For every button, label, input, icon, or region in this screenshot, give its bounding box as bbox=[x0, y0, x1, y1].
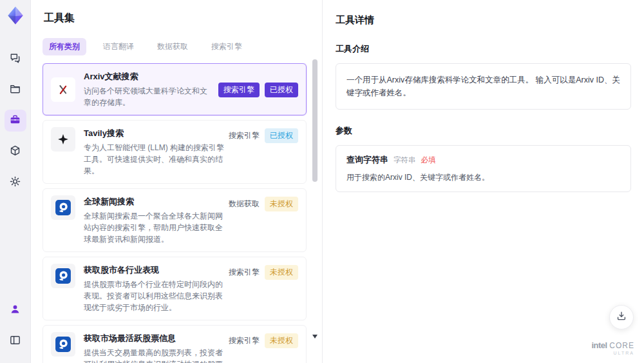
tool-card-most-active-stocks[interactable]: 获取市场最活跃股票信息 提供当天交易量最高的股票列表，投资者可以利用这些信息来识… bbox=[43, 325, 307, 363]
tool-card-global-news[interactable]: 全球新闻搜索 全球新闻搜索是一个聚合全球各大新闻网站内容的搜索引擎，帮助用户快速… bbox=[43, 188, 307, 252]
scrollbar-thumb[interactable] bbox=[312, 59, 317, 182]
tool-detail-panel: 工具详情 工具介绍 一个用于从Arxiv存储库搜索科学论文和文章的工具。 输入可… bbox=[322, 0, 644, 363]
sidebar-item-tools[interactable] bbox=[5, 110, 26, 132]
tab-language-translation[interactable]: 语言翻译 bbox=[97, 38, 140, 55]
chat-icon bbox=[9, 52, 21, 66]
user-avatar-icon bbox=[9, 303, 21, 318]
ultra-wordmark: ULTRA bbox=[591, 351, 634, 355]
category-label: 数据获取 bbox=[229, 197, 260, 211]
param-required-flag: 必填 bbox=[421, 155, 436, 165]
intel-wordmark: intel bbox=[591, 340, 607, 350]
global-news-logo-icon bbox=[51, 264, 75, 288]
category-label: 搜索引擎 bbox=[229, 333, 260, 348]
param-name: 查询字符串 bbox=[346, 154, 388, 166]
intel-core-logo: intel CORE ULTRA bbox=[591, 341, 634, 355]
intro-heading: 工具介绍 bbox=[336, 43, 631, 55]
auth-status-badge: 未授权 bbox=[265, 333, 298, 348]
arxiv-logo-icon bbox=[51, 77, 75, 102]
tool-card-arxiv[interactable]: Arxiv文献搜索 访问各个研究领域大量科学论文和文章的存储库。 搜索引擎 已授… bbox=[43, 63, 307, 115]
briefcase-icon bbox=[9, 113, 21, 128]
parameter-item: 查询字符串 字符串 必填 用于搜索的Arxiv ID、关键字或作者姓名。 bbox=[336, 145, 631, 192]
sidebar-item-packages[interactable] bbox=[5, 141, 26, 162]
param-description: 用于搜索的Arxiv ID、关键字或作者姓名。 bbox=[346, 172, 620, 183]
app-window: 工具集 所有类别 语言翻译 数据获取 搜索引擎 Arxiv文献搜索 访问各个研究… bbox=[0, 0, 644, 363]
detail-title: 工具详情 bbox=[336, 14, 631, 26]
tool-card-tavily[interactable]: Tavily搜索 专为人工智能代理 (LLM) 构建的搜索引擎工具。可快速提供实… bbox=[43, 120, 307, 184]
tool-description: 提供股票市场各个行业在特定时间段内的表现。投资者可以利用这些信息来识别表现优于或… bbox=[84, 279, 225, 313]
tool-description: 提供当天交易量最高的股票列表，投资者可以利用这些信息来识别流动性强的股票和潜在的… bbox=[84, 347, 225, 363]
gear-icon bbox=[9, 175, 21, 190]
category-tabs: 所有类别 语言翻译 数据获取 搜索引擎 bbox=[43, 38, 322, 55]
auth-status-badge: 未授权 bbox=[265, 265, 298, 280]
sidebar-item-panel-toggle[interactable] bbox=[5, 330, 26, 352]
list-scrollbar[interactable] bbox=[312, 55, 317, 360]
sidebar-item-files[interactable] bbox=[5, 79, 26, 101]
tavily-star-icon bbox=[51, 127, 75, 152]
download-button[interactable] bbox=[609, 305, 634, 329]
cube-icon bbox=[9, 144, 21, 159]
category-label: 搜索引擎 bbox=[229, 128, 260, 143]
param-type: 字符串 bbox=[393, 155, 416, 165]
tool-intro-text: 一个用于从Arxiv存储库搜索科学论文和文章的工具。 输入可以是Arxiv ID… bbox=[336, 63, 631, 110]
sidebar-item-chat[interactable] bbox=[5, 48, 26, 70]
sidebar-item-settings[interactable] bbox=[5, 172, 26, 193]
global-news-logo-icon bbox=[51, 195, 75, 220]
tool-description: 访问各个研究领域大量科学论文和文章的存储库。 bbox=[84, 85, 214, 108]
download-icon bbox=[616, 310, 627, 324]
tool-card-list: Arxiv文献搜索 访问各个研究领域大量科学论文和文章的存储库。 搜索引擎 已授… bbox=[43, 63, 322, 363]
side-panel-icon bbox=[9, 334, 21, 349]
tool-name: Tavily搜索 bbox=[84, 128, 225, 139]
tool-description: 专为人工智能代理 (LLM) 构建的搜索引擎工具。可快速提供实时、准确和真实的结… bbox=[84, 142, 225, 177]
tab-search-engine[interactable]: 搜索引擎 bbox=[205, 38, 249, 55]
tab-all-categories[interactable]: 所有类别 bbox=[43, 38, 86, 55]
tool-name: Arxiv文献搜索 bbox=[84, 71, 214, 83]
tool-card-sector-performance[interactable]: 获取股市各行业表现 提供股票市场各个行业在特定时间段内的表现。投资者可以利用这些… bbox=[43, 257, 307, 320]
auth-status-badge: 已授权 bbox=[265, 128, 298, 143]
tool-description: 全球新闻搜索是一个聚合全球各大新闻网站内容的搜索引擎，帮助用户快速获取全球最新资… bbox=[84, 210, 225, 245]
tool-name: 获取股市各行业表现 bbox=[84, 264, 225, 276]
tool-list-panel: 工具集 所有类别 语言翻译 数据获取 搜索引擎 Arxiv文献搜索 访问各个研究… bbox=[31, 0, 322, 363]
auth-status-badge: 已授权 bbox=[265, 83, 298, 97]
category-label: 搜索引擎 bbox=[229, 265, 260, 280]
category-badge: 搜索引擎 bbox=[218, 83, 260, 97]
sidebar-item-account[interactable] bbox=[5, 299, 26, 321]
params-heading: 参数 bbox=[336, 125, 631, 137]
folder-icon bbox=[9, 83, 21, 97]
auth-status-badge: 未授权 bbox=[265, 197, 298, 211]
tab-data-fetch[interactable]: 数据获取 bbox=[151, 38, 194, 55]
global-news-logo-icon bbox=[51, 332, 75, 357]
icon-rail bbox=[0, 0, 31, 363]
scrollbar-down-arrow-icon[interactable] bbox=[312, 335, 317, 338]
tool-name: 全球新闻搜索 bbox=[84, 196, 225, 208]
core-wordmark: CORE bbox=[609, 341, 634, 350]
tool-name: 获取市场最活跃股票信息 bbox=[84, 333, 225, 344]
app-logo[interactable] bbox=[5, 5, 26, 26]
page-title: 工具集 bbox=[44, 12, 322, 25]
